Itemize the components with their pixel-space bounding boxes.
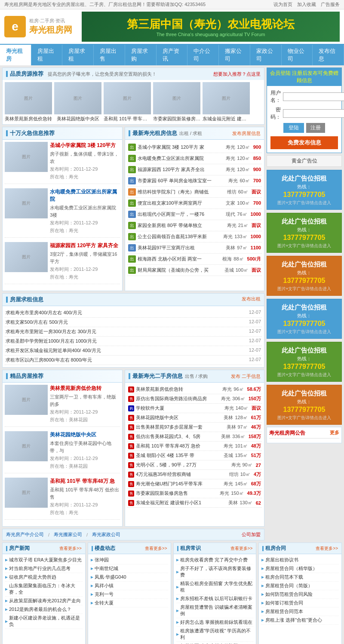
sh-link-12[interactable]: 东城全福元附近 建设银行小区1 [136,500,227,506]
featured-prop-3[interactable]: 图片 圣和苑 101平 带车库48 [104,82,151,122]
news-item-3-3[interactable]: 房屋租赁合同（简版） [261,582,339,590]
news-col-more-0[interactable]: 查看更多>> [59,546,82,552]
featured-join[interactable]: 想要加入推荐？点这里 [213,71,261,77]
password-input[interactable] [283,109,344,118]
rental-link-5[interactable]: 便宜出租文家100平米两室两厅 [138,199,224,207]
sh-link-2[interactable]: 学校软件大厦 [136,405,223,411]
nav-item-home[interactable]: 寿光租房 [0,45,31,65]
sh-link-10[interactable]: 寿光潮仓储U档门P145平带车库 [136,481,222,487]
rental-link-4[interactable]: 维坊科技学院东门（寿光）商铺低 [138,188,225,196]
news-item-0-0[interactable]: 城市双子塔 ERA大厦聚焦多少目光 [5,556,83,564]
news-item-2-7[interactable]: 年关将至 小心房押金的陷阱 [176,642,254,644]
featured-prop-1[interactable]: 图片 美林景苑新房低价急转 [5,82,52,122]
username-input[interactable] [283,92,344,101]
login-button[interactable]: 登陆 [283,123,304,133]
ad-block-2[interactable]: 此处广告位招租 热线： 13777977705 图片+文字广告详情点击进入 [267,256,342,296]
nav-item-agency[interactable]: 中介公司 [187,45,219,65]
news-item-0-6[interactable]: 新建小区建设养老设施，机遇还是负 [5,614,83,629]
news-item-0-1[interactable]: 对当前房地产行业的几点思考 [5,564,83,573]
company-join[interactable]: 公司加盟 [242,531,261,538]
latest-rental-more[interactable]: 发布房屋信息 [232,130,261,137]
nav-item-news[interactable]: 房产资讯 [157,45,188,65]
sh-link-3[interactable]: 美林花园绝版中央区 [136,414,222,421]
sh-link-5[interactable]: 低仿出售美林花园式3、4、5房 [136,433,219,440]
news-item-3-4[interactable]: 如何防范租赁合同风险 [261,590,339,599]
ad-sub-4[interactable]: 图片+文字广告详情点击进入 [269,372,339,378]
rental-link-3[interactable]: 市委家园 60平 单间房金地珠宝室一 [138,177,227,184]
rental-link-7[interactable]: 家园全新房租 80平 带储单独立 [138,222,225,229]
nav-item-buy[interactable]: 房屋求购 [125,45,157,65]
news-item-2-1[interactable]: 房子不好了，该不该询房客要装修费 [176,564,254,580]
ad-sub-5[interactable]: 图片+文字广告详情点击进入 [269,415,339,421]
nav-item-sell[interactable]: 房屋出售 [94,45,125,65]
news-item-2-0[interactable]: 租房先收看房费 完了再交中介费 [176,556,254,564]
sh-link-1[interactable]: 原仿出售国际商场旁路沿街商品房 [136,396,219,402]
notice-more[interactable]: 更多 [330,429,339,437]
top-link-home[interactable]: 说为首页 [273,2,292,7]
top-link-ad[interactable]: 广告服务 [321,2,340,7]
sh-link-6[interactable]: 圣和苑 101平 带车库48万 急价 [136,443,222,449]
company-link-0[interactable]: 寿光房产中介公司 [6,531,44,538]
news-item-1-3[interactable]: 凤祥小镇 [91,582,168,590]
news-item-3-1[interactable]: 房屋租赁合同（精华版） [261,564,339,573]
news-item-1-2[interactable]: 凤凰·华盛G040 [91,573,168,582]
rental-link-2[interactable]: 福源家园西 120平方 家具齐全出 [138,166,224,173]
ad-sub-0[interactable]: 图片+文字广告详情点击进入 [269,200,339,206]
fine-prop-title-1[interactable]: 美林花园绝版中央区 [50,431,120,439]
news-item-0-5[interactable]: 2012是购房者最后的机会么？ [5,605,83,614]
rental-link-10[interactable]: 根海路西 北杨小区对面 两室一 [138,255,221,263]
fine-prop-title-2[interactable]: 圣和苑 101平 带车库48万 急 [50,478,120,485]
ad-block-1[interactable]: 此处广告位招租 热线： 13777977705 图片+文字广告详情点击进入 [267,213,342,253]
ad-block-0[interactable]: 此处广告位招租 热线： 13777977705 图片+文字广告详情点击进入 [267,170,342,210]
sh-more[interactable]: 发布 二手信息 [231,373,261,380]
news-item-3-6[interactable]: 房屋租赁合同范本 [261,607,339,616]
ad-block-3[interactable]: 此处广告位招租 热线： 13777977705 图片+文字广告详情点击进入 [267,299,342,339]
sh-link-8[interactable]: 光明小区，5楼，90平，27万 [136,462,230,468]
nav-item-rent-out[interactable]: 房屋出租 [31,45,63,65]
news-item-3-0[interactable]: 房屋出租协议书 [261,556,339,564]
ad-sub-1[interactable]: 图片+文字广告详情点击进入 [269,243,339,249]
news-item-3-2[interactable]: 租房合同范本下载 [261,573,339,582]
news-item-2-6[interactable]: 租房族遭遇"学历歧视" 学历高的不利 [176,627,254,642]
sh-link-4[interactable]: 出售美林景苑97多步层屋屋一套 [136,424,225,430]
ad-block-4[interactable]: 此处广告位招租 热线： 13777977705 图片+文字广告详情点击进入 [267,342,342,382]
company-link-1[interactable]: 寿光搬家公司 [54,531,82,538]
news-col-more-2[interactable]: 查看更多>> [230,546,253,552]
news-item-1-5[interactable]: 全转大厦 [91,599,168,607]
featured-prop-4[interactable]: 图片 市委家园院新装修房急售 [153,82,200,122]
featured-prop-2[interactable]: 图片 美林花园绝版中央区 [54,82,101,122]
nav-item-housekeep[interactable]: 家政公司 [250,45,282,65]
sh-link-7[interactable]: 圣城 朝阳小区 4楼 135平 带 [136,452,222,459]
news-item-0-4[interactable]: 从政策层面解读寿光2012房产走向 [5,597,83,605]
free-post-button[interactable]: 免费发布信息 [270,136,338,149]
rental-link-9[interactable]: 美林花园97平三室两厅出租 [138,244,224,251]
sh-link-11[interactable]: 市委家园院新装修房急售 [136,490,218,497]
ad-block-5[interactable]: 此处广告位招租 热线： 13777977705 图片+文字广告详情点击进入 [267,385,342,425]
ad-sub-2[interactable]: 图片+文字广告详情点击进入 [269,286,339,292]
nav-item-property[interactable]: 物业公司 [282,45,313,65]
news-item-2-3[interactable]: 房东招租不差钱 以后可以刷银行卡 [176,595,254,603]
rental-link-11[interactable]: 财局局家属院（圣城街办公旁，买 [138,267,223,274]
news-item-1-4[interactable]: 克利一号 [91,590,168,599]
news-item-1-1[interactable]: 中南世纪城 [91,564,168,573]
hot-prop-title-1[interactable]: 圣城小学家属院 3楼 120平方 [50,142,120,149]
company-link-2[interactable]: 寿光家政公司 [92,531,120,538]
news-item-2-5[interactable]: 好房怎么选 掌握挑租前銢筑看现在 [176,618,254,627]
ad-sub-3[interactable]: 图片+文字广告详情点击进入 [269,329,339,335]
nav-item-rent-seek[interactable]: 房屋求租 [62,45,94,65]
featured-prop-5[interactable]: 图片 东城金福元附近 建设银 [203,82,250,122]
rental-link-0[interactable]: 圣城小学家属院 3楼 120平方 家 [138,144,224,151]
rental-link-1[interactable]: 水电暖免费工业区派出所家属院 [138,155,224,162]
news-item-2-2[interactable]: 精装公租房全面招窗 大学生优先配租 [176,580,254,595]
sh-link-0[interactable]: 美林景苑新房低价急转 [136,386,221,393]
hot-prop-title-3[interactable]: 福源家园西 120平方 家具齐全 [50,242,120,249]
news-col-more-3[interactable]: 查看更多>> [316,546,338,552]
news-item-2-4[interactable]: 房屋租赁遭警告 识破骗术者清晰案例 [176,603,254,618]
news-col-more-1[interactable]: 查看更多>> [145,546,167,552]
rental-link-6[interactable]: 出租现代小区两室一厅，一楼76 [138,211,224,218]
register-button[interactable]: 注册 [306,123,325,133]
nav-item-post[interactable]: 发布信息 [313,45,344,65]
hot-prop-title-2[interactable]: 水电暖免费工业区派出所家属院 [50,188,120,203]
news-item-0-3[interactable]: 山东集团聚集面临压力：冬冰大赛，全 [5,582,83,597]
rental-link-8[interactable]: 公主公园南领百合嘉苑138平米新 [138,233,221,240]
